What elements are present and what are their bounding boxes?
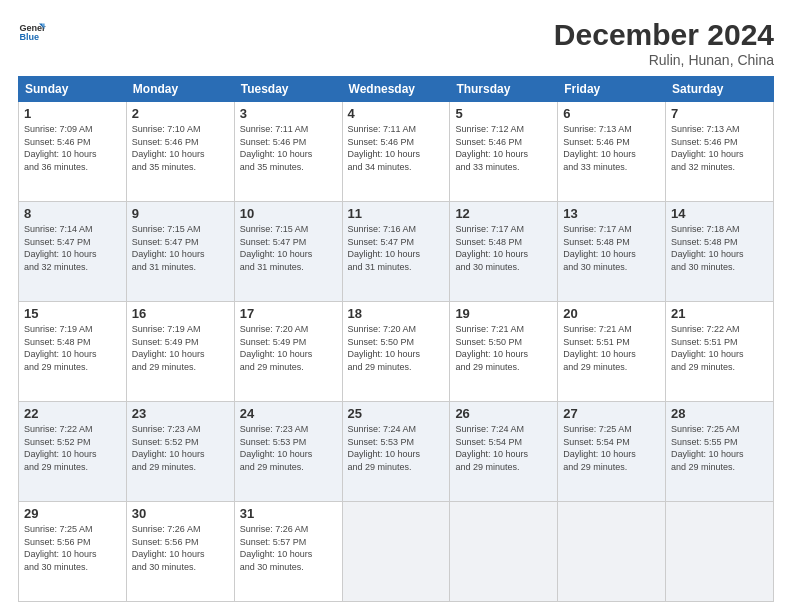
calendar-cell: 17Sunrise: 7:20 AM Sunset: 5:49 PM Dayli… xyxy=(234,302,342,402)
day-info: Sunrise: 7:17 AM Sunset: 5:48 PM Dayligh… xyxy=(563,223,660,273)
calendar-cell: 6Sunrise: 7:13 AM Sunset: 5:46 PM Daylig… xyxy=(558,102,666,202)
calendar-cell: 12Sunrise: 7:17 AM Sunset: 5:48 PM Dayli… xyxy=(450,202,558,302)
calendar-table: Sunday Monday Tuesday Wednesday Thursday… xyxy=(18,76,774,602)
day-number: 14 xyxy=(671,206,768,221)
calendar-cell: 28Sunrise: 7:25 AM Sunset: 5:55 PM Dayli… xyxy=(666,402,774,502)
day-number: 3 xyxy=(240,106,337,121)
day-number: 24 xyxy=(240,406,337,421)
day-info: Sunrise: 7:23 AM Sunset: 5:53 PM Dayligh… xyxy=(240,423,337,473)
day-info: Sunrise: 7:09 AM Sunset: 5:46 PM Dayligh… xyxy=(24,123,121,173)
col-thursday: Thursday xyxy=(450,77,558,102)
col-sunday: Sunday xyxy=(19,77,127,102)
day-number: 10 xyxy=(240,206,337,221)
table-row: 29Sunrise: 7:25 AM Sunset: 5:56 PM Dayli… xyxy=(19,502,774,602)
day-info: Sunrise: 7:24 AM Sunset: 5:54 PM Dayligh… xyxy=(455,423,552,473)
main-title: December 2024 xyxy=(554,18,774,52)
calendar-cell: 15Sunrise: 7:19 AM Sunset: 5:48 PM Dayli… xyxy=(19,302,127,402)
calendar-cell: 30Sunrise: 7:26 AM Sunset: 5:56 PM Dayli… xyxy=(126,502,234,602)
calendar-cell: 19Sunrise: 7:21 AM Sunset: 5:50 PM Dayli… xyxy=(450,302,558,402)
day-number: 22 xyxy=(24,406,121,421)
table-row: 15Sunrise: 7:19 AM Sunset: 5:48 PM Dayli… xyxy=(19,302,774,402)
day-number: 27 xyxy=(563,406,660,421)
day-info: Sunrise: 7:13 AM Sunset: 5:46 PM Dayligh… xyxy=(563,123,660,173)
calendar-cell: 20Sunrise: 7:21 AM Sunset: 5:51 PM Dayli… xyxy=(558,302,666,402)
day-number: 23 xyxy=(132,406,229,421)
calendar-cell: 21Sunrise: 7:22 AM Sunset: 5:51 PM Dayli… xyxy=(666,302,774,402)
calendar-cell: 23Sunrise: 7:23 AM Sunset: 5:52 PM Dayli… xyxy=(126,402,234,502)
day-info: Sunrise: 7:17 AM Sunset: 5:48 PM Dayligh… xyxy=(455,223,552,273)
day-number: 18 xyxy=(348,306,445,321)
day-info: Sunrise: 7:26 AM Sunset: 5:56 PM Dayligh… xyxy=(132,523,229,573)
header: General Blue December 2024 Rulin, Hunan,… xyxy=(18,18,774,68)
page: General Blue December 2024 Rulin, Hunan,… xyxy=(0,0,792,612)
day-info: Sunrise: 7:21 AM Sunset: 5:51 PM Dayligh… xyxy=(563,323,660,373)
day-info: Sunrise: 7:19 AM Sunset: 5:49 PM Dayligh… xyxy=(132,323,229,373)
day-number: 31 xyxy=(240,506,337,521)
day-number: 8 xyxy=(24,206,121,221)
col-saturday: Saturday xyxy=(666,77,774,102)
day-info: Sunrise: 7:22 AM Sunset: 5:52 PM Dayligh… xyxy=(24,423,121,473)
day-number: 2 xyxy=(132,106,229,121)
day-info: Sunrise: 7:12 AM Sunset: 5:46 PM Dayligh… xyxy=(455,123,552,173)
day-number: 9 xyxy=(132,206,229,221)
day-number: 29 xyxy=(24,506,121,521)
day-number: 7 xyxy=(671,106,768,121)
day-number: 6 xyxy=(563,106,660,121)
day-number: 12 xyxy=(455,206,552,221)
calendar-cell: 11Sunrise: 7:16 AM Sunset: 5:47 PM Dayli… xyxy=(342,202,450,302)
calendar-cell xyxy=(666,502,774,602)
calendar-cell xyxy=(450,502,558,602)
col-tuesday: Tuesday xyxy=(234,77,342,102)
day-info: Sunrise: 7:25 AM Sunset: 5:54 PM Dayligh… xyxy=(563,423,660,473)
logo-icon: General Blue xyxy=(18,18,46,46)
day-info: Sunrise: 7:25 AM Sunset: 5:55 PM Dayligh… xyxy=(671,423,768,473)
day-number: 1 xyxy=(24,106,121,121)
day-info: Sunrise: 7:22 AM Sunset: 5:51 PM Dayligh… xyxy=(671,323,768,373)
day-info: Sunrise: 7:20 AM Sunset: 5:50 PM Dayligh… xyxy=(348,323,445,373)
calendar-cell: 1Sunrise: 7:09 AM Sunset: 5:46 PM Daylig… xyxy=(19,102,127,202)
calendar-cell xyxy=(558,502,666,602)
calendar-cell: 10Sunrise: 7:15 AM Sunset: 5:47 PM Dayli… xyxy=(234,202,342,302)
day-info: Sunrise: 7:13 AM Sunset: 5:46 PM Dayligh… xyxy=(671,123,768,173)
calendar-cell: 25Sunrise: 7:24 AM Sunset: 5:53 PM Dayli… xyxy=(342,402,450,502)
day-number: 21 xyxy=(671,306,768,321)
day-number: 28 xyxy=(671,406,768,421)
logo: General Blue xyxy=(18,18,46,46)
table-row: 8Sunrise: 7:14 AM Sunset: 5:47 PM Daylig… xyxy=(19,202,774,302)
calendar-cell: 16Sunrise: 7:19 AM Sunset: 5:49 PM Dayli… xyxy=(126,302,234,402)
day-info: Sunrise: 7:16 AM Sunset: 5:47 PM Dayligh… xyxy=(348,223,445,273)
header-row: Sunday Monday Tuesday Wednesday Thursday… xyxy=(19,77,774,102)
col-monday: Monday xyxy=(126,77,234,102)
day-number: 13 xyxy=(563,206,660,221)
day-number: 25 xyxy=(348,406,445,421)
day-info: Sunrise: 7:24 AM Sunset: 5:53 PM Dayligh… xyxy=(348,423,445,473)
day-number: 11 xyxy=(348,206,445,221)
day-info: Sunrise: 7:20 AM Sunset: 5:49 PM Dayligh… xyxy=(240,323,337,373)
day-info: Sunrise: 7:23 AM Sunset: 5:52 PM Dayligh… xyxy=(132,423,229,473)
day-number: 20 xyxy=(563,306,660,321)
svg-text:Blue: Blue xyxy=(19,32,39,42)
calendar-cell: 2Sunrise: 7:10 AM Sunset: 5:46 PM Daylig… xyxy=(126,102,234,202)
calendar-cell: 14Sunrise: 7:18 AM Sunset: 5:48 PM Dayli… xyxy=(666,202,774,302)
subtitle: Rulin, Hunan, China xyxy=(554,52,774,68)
day-info: Sunrise: 7:26 AM Sunset: 5:57 PM Dayligh… xyxy=(240,523,337,573)
calendar-cell: 13Sunrise: 7:17 AM Sunset: 5:48 PM Dayli… xyxy=(558,202,666,302)
day-info: Sunrise: 7:14 AM Sunset: 5:47 PM Dayligh… xyxy=(24,223,121,273)
day-info: Sunrise: 7:15 AM Sunset: 5:47 PM Dayligh… xyxy=(240,223,337,273)
calendar-cell: 31Sunrise: 7:26 AM Sunset: 5:57 PM Dayli… xyxy=(234,502,342,602)
table-row: 22Sunrise: 7:22 AM Sunset: 5:52 PM Dayli… xyxy=(19,402,774,502)
calendar-cell: 29Sunrise: 7:25 AM Sunset: 5:56 PM Dayli… xyxy=(19,502,127,602)
day-number: 4 xyxy=(348,106,445,121)
day-number: 16 xyxy=(132,306,229,321)
calendar-cell: 27Sunrise: 7:25 AM Sunset: 5:54 PM Dayli… xyxy=(558,402,666,502)
day-number: 30 xyxy=(132,506,229,521)
col-wednesday: Wednesday xyxy=(342,77,450,102)
day-info: Sunrise: 7:18 AM Sunset: 5:48 PM Dayligh… xyxy=(671,223,768,273)
day-info: Sunrise: 7:15 AM Sunset: 5:47 PM Dayligh… xyxy=(132,223,229,273)
day-number: 26 xyxy=(455,406,552,421)
day-info: Sunrise: 7:25 AM Sunset: 5:56 PM Dayligh… xyxy=(24,523,121,573)
calendar-cell: 22Sunrise: 7:22 AM Sunset: 5:52 PM Dayli… xyxy=(19,402,127,502)
day-number: 5 xyxy=(455,106,552,121)
calendar-body: 1Sunrise: 7:09 AM Sunset: 5:46 PM Daylig… xyxy=(19,102,774,602)
day-info: Sunrise: 7:11 AM Sunset: 5:46 PM Dayligh… xyxy=(240,123,337,173)
